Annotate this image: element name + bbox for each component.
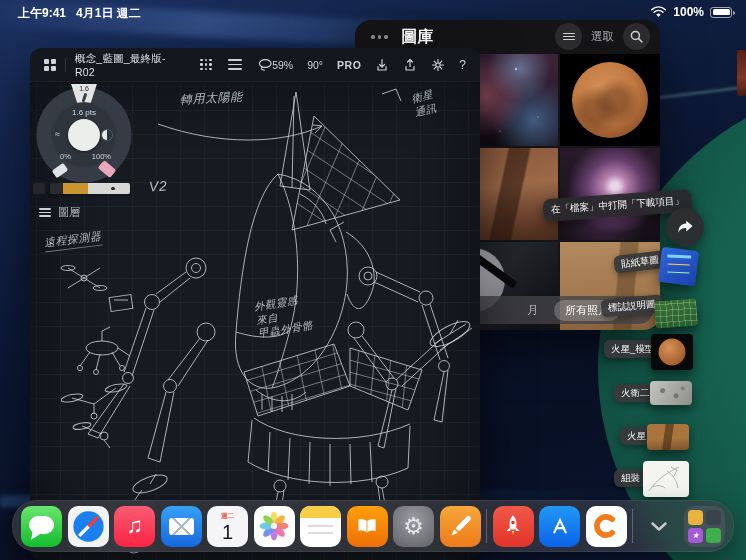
pro-badge[interactable]: PRO [337, 59, 361, 71]
share-forward-button[interactable] [666, 208, 704, 246]
select-button[interactable]: 選取 [591, 29, 614, 44]
dock-app-notes[interactable] [300, 506, 341, 547]
dock-app-pen[interactable] [440, 506, 481, 547]
open-book-icon [352, 511, 382, 541]
photos-app-title: 圖庫 [402, 27, 434, 48]
app-store-a-icon [545, 511, 575, 541]
forward-arrow-icon [673, 215, 697, 239]
tool-wheel-disc[interactable]: 1.6 pts ≈ 0% 100% [51, 102, 117, 168]
drag-thumb-assembly-sketch[interactable] [643, 461, 689, 497]
pen-nib-icon [81, 93, 86, 102]
color-marker-dot [111, 187, 115, 191]
wallpaper-red-accent [737, 50, 746, 96]
pen-icon [440, 506, 481, 547]
dock-app-mail[interactable] [161, 506, 202, 547]
window-controls-icon[interactable] [371, 35, 388, 39]
opacity-min-label: 0% [60, 152, 71, 161]
dock: ♫ 週二 1 [12, 500, 734, 552]
drag-thumb-mars-landscape[interactable] [647, 424, 689, 450]
layers-button[interactable]: 圖層 [39, 205, 80, 220]
help-button[interactable]: ? [459, 58, 466, 72]
annotation-version: V2 [148, 177, 167, 194]
battery-percent: 100% [673, 5, 704, 19]
photo-mars-planet[interactable] [560, 54, 660, 146]
dock-divider [486, 509, 487, 543]
color-segment-dark[interactable] [50, 183, 63, 194]
dock-app-music[interactable]: ♫ [114, 506, 155, 547]
assembly-sketch-lines [643, 461, 689, 497]
layers-label: 圖層 [58, 205, 80, 220]
lines-icon [563, 31, 575, 42]
photos-flower-icon [258, 510, 290, 542]
zoom-level[interactable]: 59% [272, 59, 293, 71]
dock-app-settings[interactable]: ⚙ [393, 506, 434, 547]
chevron-down-button[interactable] [639, 506, 679, 547]
lasso-icon[interactable] [258, 58, 273, 72]
safari-compass-icon [68, 506, 109, 547]
calendar-weekday: 週二 [207, 512, 248, 521]
import-icon[interactable] [375, 58, 389, 72]
search-button[interactable] [623, 23, 650, 50]
opacity-max-label: 100% [92, 152, 111, 161]
ipad-screen: 圖庫 選取 月 所有照片 在「檔案」中打開「下載項目」 [0, 0, 746, 560]
dock-divider [632, 509, 633, 543]
gear-icon: ⚙ [403, 513, 424, 540]
dock-app-rocket[interactable] [493, 506, 534, 547]
annotation-inspiration: 外觀靈感 來自 甲蟲外骨骼 [253, 292, 314, 341]
export-icon[interactable] [403, 58, 417, 72]
wifi-icon [650, 6, 667, 18]
wheel-center-knob[interactable] [68, 119, 100, 151]
dock-app-photos[interactable] [254, 506, 295, 547]
tool-wheel[interactable]: 1.6 1.6 pts ≈ 0% 100% [36, 87, 132, 183]
color-segment-light[interactable] [88, 183, 130, 194]
gallery-grid-icon[interactable] [44, 59, 56, 71]
battery-icon [710, 7, 732, 18]
contrast-icon [102, 130, 112, 140]
annotation-solar: 轉用太陽能 [180, 88, 243, 108]
document-title[interactable]: 概念_藍圖_最終版-R02 [75, 52, 182, 78]
layers-icon [39, 206, 51, 219]
dock-app-library[interactable]: ★ [684, 506, 725, 547]
dock-app-calendar[interactable]: 週二 1 [207, 506, 248, 547]
precision-grid-icon[interactable] [200, 59, 212, 71]
rocket-icon [498, 511, 528, 541]
chevron-down-icon [651, 522, 667, 531]
toolbar-divider [65, 58, 66, 72]
color-segment-gold[interactable] [63, 183, 88, 194]
stroke-lines-icon[interactable] [228, 57, 242, 72]
view-options-button[interactable] [555, 23, 582, 50]
dock-app-concepts[interactable] [586, 506, 627, 547]
concepts-window: 轉用太陽能 衛星 通訊 V2 遠程探測器 外觀靈感 來自 甲蟲外骨骼 概念_藍圖… [30, 48, 480, 560]
envelope-icon [169, 518, 194, 535]
calendar-day: 1 [207, 522, 248, 542]
orange-c-icon [590, 510, 622, 542]
concepts-toolbar: 概念_藍圖_最終版-R02 59% 90° PRO [30, 48, 480, 82]
dock-app-books[interactable] [347, 506, 388, 547]
status-date: 4月1日 週二 [76, 5, 141, 22]
smoothing-icon: ≈ [55, 129, 60, 139]
drag-thumb-green-circuit-board[interactable] [654, 299, 698, 329]
color-swatch[interactable] [33, 183, 45, 194]
dock-app-messages[interactable] [21, 506, 62, 547]
status-time: 上午9:41 [18, 5, 66, 22]
drag-thumb-blue-sticker-sheet[interactable] [658, 247, 699, 286]
dock-app-safari[interactable] [68, 506, 109, 547]
rotation-value[interactable]: 90° [307, 59, 323, 71]
dock-app-app-store[interactable] [539, 506, 580, 547]
search-icon [630, 30, 643, 43]
drag-thumb-gray-moon-rock[interactable] [650, 381, 692, 405]
color-bar[interactable] [50, 183, 130, 194]
settings-gear-icon[interactable] [431, 58, 445, 72]
drag-thumb-mars-sphere[interactable] [651, 334, 693, 370]
status-bar: 上午9:41 4月1日 週二 100% [0, 0, 746, 24]
tab-month[interactable]: 月 [527, 303, 538, 318]
music-note-icon: ♫ [126, 513, 143, 539]
stroke-size-label: 1.6 pts [51, 108, 117, 117]
